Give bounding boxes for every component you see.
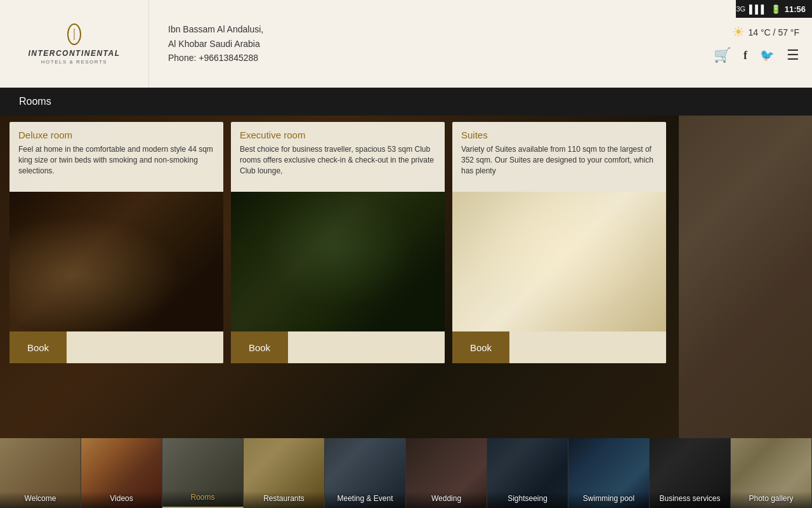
wedding-label: Wedding — [406, 491, 487, 508]
suites-card-text: Suites Variety of Suites available from … — [452, 122, 666, 192]
nav-item-pool[interactable]: Swimming pool — [568, 438, 650, 508]
deluxe-book-spacer — [67, 331, 223, 363]
hotel-name: INTERCONTINENTAL — [28, 49, 120, 58]
sun-icon: ☀ — [732, 24, 745, 41]
facebook-icon[interactable]: f — [743, 49, 747, 62]
videos-label: Videos — [81, 491, 162, 508]
suites-room-title: Suites — [461, 130, 657, 140]
nav-item-sightseeing[interactable]: Sightseeing — [487, 438, 568, 508]
phone: Phone: +96613845288 — [168, 51, 682, 65]
deluxe-room-title: Deluxe room — [18, 130, 214, 140]
suites-room-card: Suites Variety of Suites available from … — [452, 122, 666, 363]
executive-room-image — [231, 192, 445, 331]
nav-item-meeting[interactable]: Meeting & Event — [325, 438, 406, 508]
rooms-label: Rooms — [162, 490, 243, 507]
executive-room-desc: Best choice for business traveller, spac… — [240, 144, 436, 176]
action-icons: 🛒 f 🐦 ☰ — [714, 47, 799, 64]
executive-book-spacer — [288, 331, 445, 363]
weather: ☀ 14 °C / 57 °F — [732, 24, 799, 41]
right-room-image — [679, 116, 812, 438]
suites-book-button[interactable]: Book — [452, 331, 509, 363]
address-line1: Ibn Bassam Al Andalusi, — [168, 22, 682, 36]
executive-room-title: Executive room — [240, 130, 436, 140]
hotel-info: Ibn Bassam Al Andalusi, Al Khobar Saudi … — [149, 10, 701, 77]
deluxe-room-image — [10, 192, 223, 331]
restaurants-label: Restaurants — [244, 491, 324, 508]
nav-item-rooms[interactable]: Rooms — [162, 438, 244, 508]
hotel-subtitle: HOTELS & RESORTS — [41, 59, 107, 65]
executive-book-button[interactable]: Book — [231, 331, 288, 363]
suites-book-section: Book — [452, 331, 666, 363]
executive-image-overlay — [231, 192, 445, 331]
temperature: 14 °C / 57 °F — [749, 27, 799, 37]
nav-bar: Rooms — [0, 88, 812, 116]
nav-item-restaurants[interactable]: Restaurants — [244, 438, 325, 508]
gallery-label: Photo gallery — [731, 491, 811, 508]
suites-room-image — [452, 192, 666, 331]
suites-image-overlay — [452, 192, 666, 331]
header-right: ☀ 14 °C / 57 °F 🛒 f 🐦 ☰ — [701, 18, 812, 70]
logo: INTERCONTINENTAL HOTELS & RESORTS — [28, 23, 120, 65]
room-cards-container: Deluxe room Feel at home in the comforta… — [10, 122, 666, 363]
deluxe-room-card: Deluxe room Feel at home in the comforta… — [10, 122, 223, 363]
deluxe-card-text: Deluxe room Feel at home in the comforta… — [10, 122, 223, 192]
address-line2: Al Khobar Saudi Arabia — [168, 37, 682, 51]
pool-label: Swimming pool — [568, 491, 649, 508]
network-indicator: 3G — [736, 5, 745, 13]
header: INTERCONTINENTAL HOTELS & RESORTS Ibn Ba… — [0, 0, 812, 88]
deluxe-image-overlay — [10, 192, 223, 331]
status-bar: 3G ▌▌▌ 🔋 11:56 — [736, 0, 812, 18]
deluxe-book-button[interactable]: Book — [10, 331, 67, 363]
suites-room-desc: Variety of Suites available from 110 sqm… — [461, 144, 657, 176]
battery-icon: 🔋 — [771, 4, 781, 14]
nav-title: Rooms — [0, 96, 70, 107]
logo-area: INTERCONTINENTAL HOTELS & RESORTS — [0, 0, 149, 88]
suites-book-spacer — [509, 331, 666, 363]
meeting-label: Meeting & Event — [325, 491, 405, 508]
deluxe-book-section: Book — [10, 331, 223, 363]
menu-icon[interactable]: ☰ — [787, 47, 799, 64]
time-display: 11:56 — [785, 4, 806, 14]
welcome-label: Welcome — [0, 491, 81, 508]
cart-icon[interactable]: 🛒 — [714, 47, 731, 64]
bottom-navigation: Welcome Videos Rooms Restaurants Meeting… — [0, 438, 812, 508]
signal-icon: ▌▌▌ — [749, 4, 767, 14]
sightseeing-label: Sightseeing — [487, 491, 568, 508]
business-label: Business services — [650, 491, 730, 508]
nav-item-videos[interactable]: Videos — [81, 438, 162, 508]
nav-item-wedding[interactable]: Wedding — [406, 438, 487, 508]
executive-room-card: Executive room Best choice for business … — [231, 122, 445, 363]
executive-book-section: Book — [231, 331, 445, 363]
deluxe-room-desc: Feel at home in the comfortable and mode… — [18, 144, 214, 176]
nav-item-welcome[interactable]: Welcome — [0, 438, 81, 508]
nav-item-gallery[interactable]: Photo gallery — [731, 438, 812, 508]
executive-card-text: Executive room Best choice for business … — [231, 122, 445, 192]
nav-item-business[interactable]: Business services — [650, 438, 731, 508]
twitter-icon[interactable]: 🐦 — [760, 48, 774, 62]
